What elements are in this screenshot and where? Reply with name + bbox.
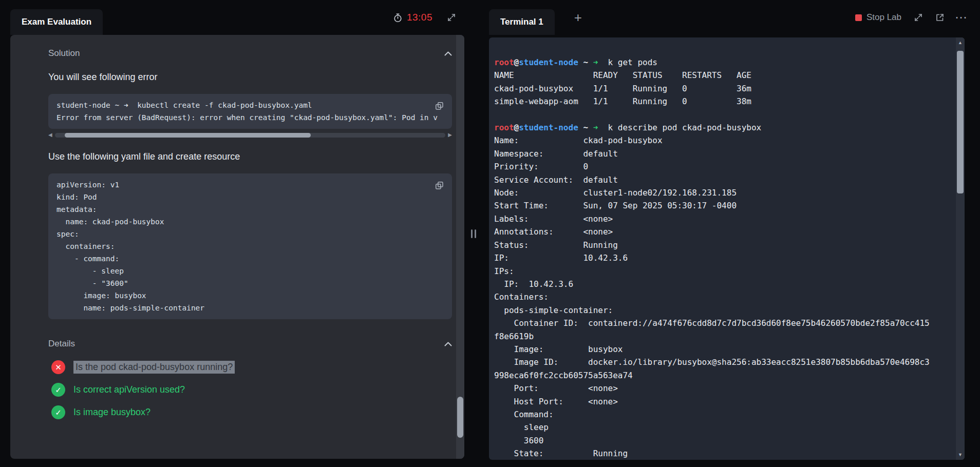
tab-exam-evaluation-label: Exam Evaluation bbox=[22, 17, 91, 27]
terminal-output-line: State: Running bbox=[494, 447, 949, 460]
terminal-output-line bbox=[494, 108, 949, 121]
expand-terminal-button[interactable] bbox=[914, 13, 923, 22]
check-label: Is the pod ckad-pod-busybox running? bbox=[73, 361, 235, 374]
terminal-output-line: Service Account: default bbox=[494, 173, 949, 186]
terminal-output-line: Containers: bbox=[494, 290, 949, 303]
exam-vscrollbar[interactable] bbox=[456, 35, 464, 459]
check-pass-icon: ✓ bbox=[51, 405, 65, 419]
pane-resize-handle[interactable] bbox=[466, 0, 481, 467]
check-label: Is image busybox? bbox=[73, 407, 150, 418]
new-terminal-button[interactable]: + bbox=[574, 11, 582, 24]
terminal-output-line: 3600 bbox=[494, 434, 949, 447]
stop-lab-label: Stop Lab bbox=[866, 12, 901, 23]
copy-icon bbox=[435, 101, 444, 111]
exam-timer: 13:05 bbox=[393, 12, 432, 23]
copy-icon bbox=[435, 181, 444, 190]
stop-lab-button[interactable]: Stop Lab bbox=[855, 12, 901, 23]
terminal-output-line: 998eca6f0fc2ccb60575a563ea74 bbox=[494, 369, 949, 382]
terminal-output-line: Namespace: default bbox=[494, 147, 949, 160]
details-check-list: ✕Is the pod ckad-pod-busybox running?✓Is… bbox=[48, 360, 452, 419]
terminal-output[interactable]: root@student-node ~ ➜ k get podsNAME REA… bbox=[489, 37, 965, 460]
terminal-output-line: IP: 10.42.3.6 bbox=[494, 251, 949, 264]
chevron-up-icon bbox=[444, 51, 452, 56]
exam-header: Exam Evaluation 13:05 bbox=[0, 0, 466, 35]
terminal-vscrollbar[interactable]: ▲ ▼ bbox=[956, 37, 965, 460]
terminal-output-line: f8e6619b bbox=[494, 330, 949, 343]
yaml-code-text: apiVersion: v1 kind: Pod metadata: name:… bbox=[56, 179, 444, 314]
check-label: Is correct apiVersion used? bbox=[73, 384, 185, 395]
expand-icon bbox=[914, 13, 923, 22]
terminal-output-line: Command: bbox=[494, 408, 949, 421]
terminal-pane: Terminal 1 + Stop Lab bbox=[481, 0, 980, 467]
error-code-hscrollbar: ◀ ▶ bbox=[48, 132, 452, 138]
tab-terminal-1[interactable]: Terminal 1 bbox=[489, 9, 555, 35]
terminal-header: Terminal 1 + Stop Lab bbox=[481, 0, 980, 35]
solution-section-header: Solution bbox=[48, 48, 452, 59]
scroll-up-arrow[interactable]: ▲ bbox=[956, 37, 965, 48]
terminal-output-line: Node: cluster1-node02/192.168.231.185 bbox=[494, 186, 949, 199]
check-item: ✕Is the pod ckad-pod-busybox running? bbox=[51, 360, 452, 374]
scroll-left-arrow[interactable]: ◀ bbox=[48, 132, 52, 138]
details-section-header: Details bbox=[48, 339, 452, 349]
exam-content-card: Solution You will see following error st… bbox=[10, 35, 464, 459]
exam-evaluation-pane: Exam Evaluation 13:05 bbox=[0, 0, 466, 467]
terminal-output-line: Port: <none> bbox=[494, 382, 949, 395]
terminal-output-line: Start Time: Sun, 07 Sep 2025 05:30:17 -0… bbox=[494, 199, 949, 212]
details-title: Details bbox=[48, 339, 75, 349]
terminal-menu-button[interactable]: ⋯ bbox=[955, 11, 968, 24]
terminal-output-line: Labels: <none> bbox=[494, 212, 949, 225]
terminal-output-line: Image ID: docker.io/library/busybox@sha2… bbox=[494, 356, 949, 368]
check-fail-icon: ✕ bbox=[51, 360, 65, 374]
scroll-right-arrow[interactable]: ▶ bbox=[448, 132, 452, 138]
terminal-prompt-line: root@student-node ~ ➜ k describe pod cka… bbox=[494, 121, 949, 134]
terminal-output-line: Priority: 0 bbox=[494, 160, 949, 173]
expand-icon bbox=[447, 13, 456, 22]
copy-error-code-button[interactable] bbox=[431, 98, 447, 113]
check-pass-icon: ✓ bbox=[51, 383, 65, 397]
terminal-output-line: ckad-pod-busybox 1/1 Running 0 36m bbox=[494, 82, 949, 95]
error-code-text: student-node ~ ➜ kubectl create -f ckad-… bbox=[56, 99, 444, 124]
hscrollbar-track[interactable] bbox=[55, 133, 446, 138]
terminal-output-line: IP: 10.42.3.6 bbox=[494, 278, 949, 290]
terminal-output-line: NAME READY STATUS RESTARTS AGE bbox=[494, 69, 949, 82]
terminal-output-line: Annotations: <none> bbox=[494, 225, 949, 238]
yaml-code-block: apiVersion: v1 kind: Pod metadata: name:… bbox=[48, 173, 452, 319]
terminal-vscrollbar-thumb[interactable] bbox=[957, 51, 964, 193]
tab-exam-evaluation[interactable]: Exam Evaluation bbox=[10, 9, 103, 35]
check-item: ✓Is correct apiVersion used? bbox=[51, 383, 452, 397]
terminal-prompt-line: root@student-node ~ ➜ k get pods bbox=[494, 56, 949, 69]
solution-collapse-button[interactable] bbox=[444, 51, 452, 56]
terminal-output-line: IPs: bbox=[494, 265, 949, 278]
hscrollbar-thumb[interactable] bbox=[65, 133, 311, 138]
exam-vscrollbar-thumb[interactable] bbox=[457, 397, 463, 438]
terminal-output-line: Name: ckad-pod-busybox bbox=[494, 134, 949, 147]
open-external-button[interactable] bbox=[935, 13, 945, 22]
yaml-intro-text: Use the following yaml file and create r… bbox=[48, 151, 452, 162]
external-link-icon bbox=[935, 13, 945, 22]
terminal-output-line: sleep bbox=[494, 421, 949, 434]
copy-yaml-code-button[interactable] bbox=[431, 178, 447, 193]
terminal-output-line: pods-simple-container: bbox=[494, 304, 949, 317]
chevron-up-icon bbox=[444, 342, 452, 346]
terminal-output-line: Container ID: containerd://a474f676cdd8d… bbox=[494, 317, 949, 329]
terminal-output-line: simple-webapp-aom 1/1 Running 0 38m bbox=[494, 95, 949, 108]
exam-timer-value: 13:05 bbox=[407, 12, 432, 23]
scroll-down-arrow[interactable]: ▼ bbox=[956, 450, 965, 460]
terminal-lines: root@student-node ~ ➜ k get podsNAME REA… bbox=[494, 56, 949, 460]
app-root: Exam Evaluation 13:05 bbox=[0, 0, 980, 467]
exam-content-scroll-area: Solution You will see following error st… bbox=[10, 35, 464, 459]
solution-title: Solution bbox=[48, 48, 80, 59]
terminal-output-line: Status: Running bbox=[494, 239, 949, 251]
stopwatch-icon bbox=[393, 13, 403, 23]
terminal-output-line: Image: busybox bbox=[494, 343, 949, 356]
expand-exam-pane-button[interactable] bbox=[447, 13, 456, 22]
error-intro-text: You will see following error bbox=[48, 72, 452, 83]
terminal-output-line: Host Port: <none> bbox=[494, 395, 949, 408]
check-item: ✓Is image busybox? bbox=[51, 405, 452, 419]
details-collapse-button[interactable] bbox=[444, 342, 452, 346]
stop-icon bbox=[855, 14, 862, 21]
error-code-block: student-node ~ ➜ kubectl create -f ckad-… bbox=[48, 94, 452, 129]
tab-terminal-1-label: Terminal 1 bbox=[500, 17, 543, 27]
